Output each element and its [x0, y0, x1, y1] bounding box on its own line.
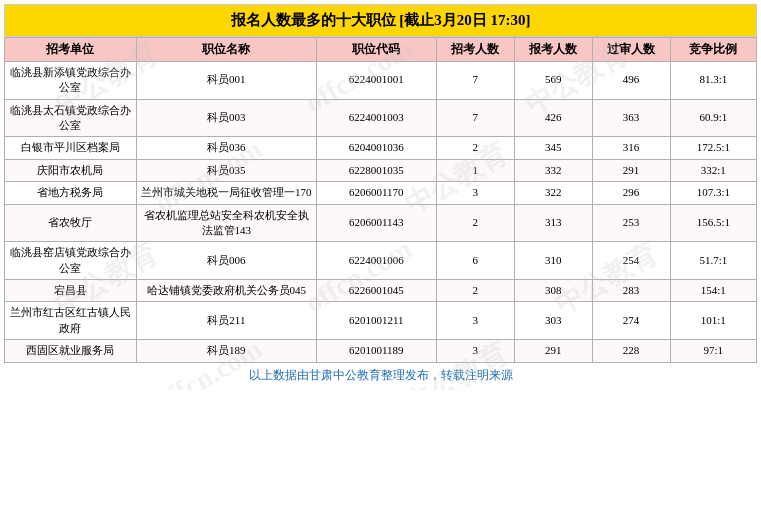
header-position: 职位名称: [136, 38, 316, 62]
header-registered: 报考人数: [514, 38, 592, 62]
cell-passed: 283: [592, 280, 670, 302]
table-row: 宕昌县哈达铺镇党委政府机关公务员04562260010452308283154:…: [5, 280, 757, 302]
cell-plan: 2: [436, 280, 514, 302]
cell-unit: 西固区就业服务局: [5, 340, 137, 362]
cell-unit: 临洮县太石镇党政综合办公室: [5, 99, 137, 137]
cell-plan: 2: [436, 204, 514, 242]
cell-unit: 省农牧厅: [5, 204, 137, 242]
cell-unit: 宕昌县: [5, 280, 137, 302]
cell-code: 6201001189: [316, 340, 436, 362]
cell-code: 6206001143: [316, 204, 436, 242]
cell-unit: 临洮县窑店镇党政综合办公室: [5, 242, 137, 280]
cell-unit: 庆阳市农机局: [5, 159, 137, 181]
table-row: 临洮县窑店镇党政综合办公室科员0066224001006631025451.7:…: [5, 242, 757, 280]
cell-ratio: 60.9:1: [670, 99, 756, 137]
cell-position: 科员001: [136, 61, 316, 99]
main-table: 招考单位 职位名称 职位代码 招考人数 报考人数 过审人数 竞争比例 临洮县新添…: [4, 37, 757, 363]
cell-plan: 3: [436, 182, 514, 204]
cell-registered: 426: [514, 99, 592, 137]
cell-position: 科员003: [136, 99, 316, 137]
header-code: 职位代码: [316, 38, 436, 62]
header-ratio: 竞争比例: [670, 38, 756, 62]
cell-passed: 291: [592, 159, 670, 181]
cell-position: 兰州市城关地税一局征收管理一170: [136, 182, 316, 204]
table-row: 兰州市红古区红古镇人民政府科员21162010012113303274101:1: [5, 302, 757, 340]
page-title: 报名人数最多的十大职位 [截止3月20日 17:30]: [4, 4, 757, 37]
cell-position: 科员189: [136, 340, 316, 362]
cell-unit: 临洮县新添镇党政综合办公室: [5, 61, 137, 99]
table-row: 省农牧厅省农机监理总站安全科农机安全执法监管143620600114323132…: [5, 204, 757, 242]
cell-ratio: 332:1: [670, 159, 756, 181]
cell-registered: 322: [514, 182, 592, 204]
cell-ratio: 172.5:1: [670, 137, 756, 159]
cell-registered: 303: [514, 302, 592, 340]
cell-plan: 3: [436, 340, 514, 362]
cell-code: 6224001003: [316, 99, 436, 137]
cell-passed: 274: [592, 302, 670, 340]
table-row: 临洮县新添镇党政综合办公室科员0016224001001756949681.3:…: [5, 61, 757, 99]
cell-passed: 316: [592, 137, 670, 159]
cell-ratio: 101:1: [670, 302, 756, 340]
cell-code: 6224001001: [316, 61, 436, 99]
cell-ratio: 97:1: [670, 340, 756, 362]
table-row: 西固区就业服务局科员1896201001189329122897:1: [5, 340, 757, 362]
cell-registered: 310: [514, 242, 592, 280]
cell-ratio: 81.3:1: [670, 61, 756, 99]
cell-plan: 6: [436, 242, 514, 280]
cell-position: 科员006: [136, 242, 316, 280]
cell-passed: 363: [592, 99, 670, 137]
cell-passed: 228: [592, 340, 670, 362]
cell-registered: 313: [514, 204, 592, 242]
cell-registered: 332: [514, 159, 592, 181]
cell-code: 6228001035: [316, 159, 436, 181]
cell-position: 科员035: [136, 159, 316, 181]
cell-ratio: 156.5:1: [670, 204, 756, 242]
cell-unit: 省地方税务局: [5, 182, 137, 204]
footer-text: 以上数据由甘肃中公教育整理发布，转载注明来源: [4, 363, 757, 386]
cell-position: 科员211: [136, 302, 316, 340]
cell-passed: 296: [592, 182, 670, 204]
cell-ratio: 51.7:1: [670, 242, 756, 280]
cell-passed: 253: [592, 204, 670, 242]
cell-plan: 7: [436, 99, 514, 137]
cell-registered: 291: [514, 340, 592, 362]
table-header-row: 招考单位 职位名称 职位代码 招考人数 报考人数 过审人数 竞争比例: [5, 38, 757, 62]
cell-position: 科员036: [136, 137, 316, 159]
cell-unit: 白银市平川区档案局: [5, 137, 137, 159]
cell-plan: 1: [436, 159, 514, 181]
cell-position: 哈达铺镇党委政府机关公务员045: [136, 280, 316, 302]
cell-plan: 3: [436, 302, 514, 340]
cell-registered: 345: [514, 137, 592, 159]
table-row: 庆阳市农机局科员03562280010351332291332:1: [5, 159, 757, 181]
header-plan: 招考人数: [436, 38, 514, 62]
cell-unit: 兰州市红古区红古镇人民政府: [5, 302, 137, 340]
cell-registered: 569: [514, 61, 592, 99]
header-unit: 招考单位: [5, 38, 137, 62]
cell-ratio: 107.3:1: [670, 182, 756, 204]
header-passed: 过审人数: [592, 38, 670, 62]
table-row: 省地方税务局兰州市城关地税一局征收管理一17062060011703322296…: [5, 182, 757, 204]
cell-passed: 496: [592, 61, 670, 99]
cell-code: 6226001045: [316, 280, 436, 302]
cell-code: 6201001211: [316, 302, 436, 340]
cell-plan: 2: [436, 137, 514, 159]
table-row: 白银市平川区档案局科员03662040010362345316172.5:1: [5, 137, 757, 159]
cell-code: 6224001006: [316, 242, 436, 280]
cell-registered: 308: [514, 280, 592, 302]
cell-ratio: 154:1: [670, 280, 756, 302]
cell-passed: 254: [592, 242, 670, 280]
cell-plan: 7: [436, 61, 514, 99]
cell-code: 6206001170: [316, 182, 436, 204]
cell-code: 6204001036: [316, 137, 436, 159]
table-row: 临洮县太石镇党政综合办公室科员0036224001003742636360.9:…: [5, 99, 757, 137]
cell-position: 省农机监理总站安全科农机安全执法监管143: [136, 204, 316, 242]
